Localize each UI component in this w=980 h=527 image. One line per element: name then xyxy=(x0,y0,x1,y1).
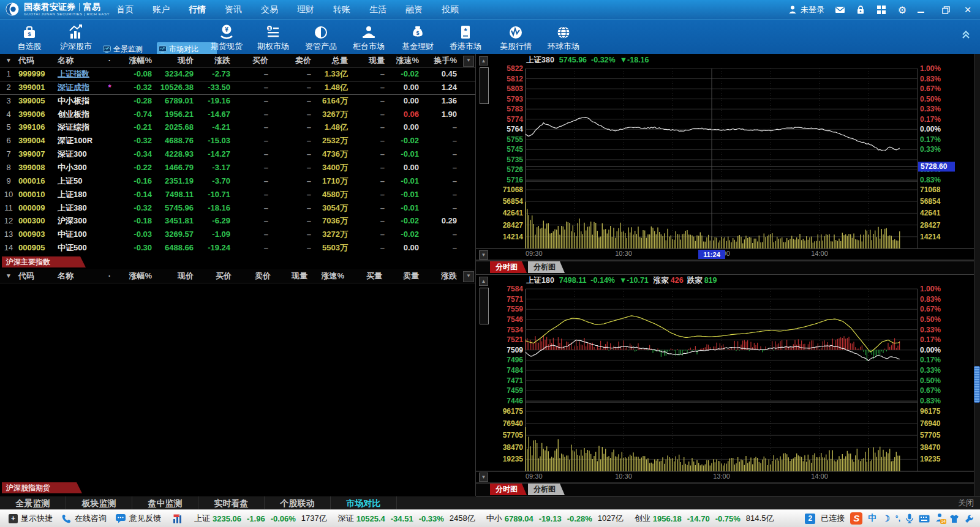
login-status[interactable]: 未登录 xyxy=(788,4,824,15)
chart-tab-analysis[interactable]: 分析图 xyxy=(528,261,565,273)
ime-moon-icon[interactable]: ☽ xyxy=(882,514,890,523)
menu-item-9[interactable]: 融资 xyxy=(404,4,424,15)
ime-keyboard-icon[interactable] xyxy=(919,515,930,523)
futures-column-header[interactable]: 涨跌 xyxy=(420,269,457,283)
futures-column-header[interactable]: 卖量 xyxy=(383,269,419,283)
toolbar-item-options[interactable]: $期权市场 xyxy=(254,21,293,53)
apps-grid-icon[interactable] xyxy=(876,4,887,15)
menu-item-4[interactable]: 资讯 xyxy=(224,4,243,15)
toolbar-item-global-market[interactable]: 环球市场 xyxy=(544,21,583,53)
settings-gear-icon[interactable]: ⚙ xyxy=(897,4,908,15)
close-button[interactable]: × xyxy=(962,4,974,15)
column-header-pct[interactable]: 涨幅% xyxy=(115,54,152,67)
menu-item-8[interactable]: 生活 xyxy=(368,4,388,15)
ribbon-main-indices[interactable]: 沪深主要指数 xyxy=(2,256,86,267)
chart-scroll-thumb[interactable] xyxy=(480,67,489,104)
futures-column-header[interactable]: 买价 xyxy=(195,269,232,283)
restore-button[interactable] xyxy=(940,4,952,15)
table-row[interactable]: 4399006创业板指-0.741956.21-14.67––3267万–0.0… xyxy=(0,108,475,121)
futures-column-header[interactable]: 涨幅% xyxy=(115,269,152,283)
chart-scroll-down-button[interactable]: ▼ xyxy=(479,250,488,260)
menu-item-1[interactable]: 首页 xyxy=(115,4,135,15)
chart-scroll-down-button[interactable]: ▼ xyxy=(479,473,488,482)
ime-punctuation-icon[interactable]: °, xyxy=(895,514,900,523)
bottom-tab-2[interactable]: 板块监测 xyxy=(66,496,132,510)
table-row[interactable]: 12000300沪深300-0.183451.81-6.29––7036万–-0… xyxy=(0,214,475,228)
ime-tools-wrench-icon[interactable] xyxy=(965,514,974,523)
futures-column-header[interactable]: 名称 xyxy=(58,269,104,283)
column-header-mark[interactable]: · xyxy=(104,54,115,67)
minimize-button[interactable] xyxy=(918,7,930,13)
table-row[interactable]: 1999999上证指数-0.083234.29-2.73––1.33亿–-0.0… xyxy=(0,67,475,81)
collapse-toolbar-button[interactable] xyxy=(960,29,971,42)
table-row[interactable]: 2399001深证成指*-0.3210526.38-33.50––1.48亿–0… xyxy=(0,81,475,95)
table-row[interactable]: 7399007深证300-0.344228.93-14.27––4736万–-0… xyxy=(0,148,475,161)
table-row[interactable]: 13000903中证100-0.033269.57-1.09––3272万–-0… xyxy=(0,228,475,241)
column-header-turn[interactable]: 换手% xyxy=(420,54,457,67)
column-header-sell[interactable]: 卖价 xyxy=(270,54,311,67)
ribbon-index-futures[interactable]: 沪深股指期货 xyxy=(2,482,82,493)
intraday-chart-2[interactable]: 75841.00%75710.83%75590.67%75460.50%7534… xyxy=(476,274,980,485)
menu-item-5[interactable]: 交易 xyxy=(260,4,279,15)
toolbar-item-otc-market[interactable]: 柜台市场 xyxy=(349,21,388,53)
table-row[interactable]: 14000905中证500-0.306488.66-19.24––5503万–0… xyxy=(0,241,475,255)
chart-tab-intraday[interactable]: 分时图 xyxy=(490,484,527,495)
menu-item-2[interactable]: 账户 xyxy=(151,4,171,15)
chart-tab-intraday[interactable]: 分时图 xyxy=(490,261,527,273)
toolbar-item-fund[interactable]: $基金理财 xyxy=(398,21,437,53)
futures-column-header[interactable]: 卖价 xyxy=(233,269,271,283)
futures-column-header[interactable]: 代码 xyxy=(18,269,56,283)
ime-language-toggle[interactable]: 中 xyxy=(868,513,876,524)
menu-item-3[interactable]: 行情 xyxy=(187,4,207,15)
toolbar-item-asset-product[interactable]: 资管产品 xyxy=(301,21,341,53)
futures-column-header[interactable]: 现价 xyxy=(153,269,194,283)
table-row[interactable]: 9000016上证50-0.162351.19-3.70––1710万–-0.0… xyxy=(0,174,475,188)
bottom-tab-1[interactable]: 全景监测 xyxy=(0,496,66,510)
chart-scroll-thumb[interactable] xyxy=(480,288,489,324)
toolbar-item-hk-market[interactable]: *香港市场 xyxy=(446,21,485,53)
table-row[interactable]: 5399106深证综指-0.212025.68-4.21––1.48亿–0.00… xyxy=(0,121,475,134)
toolbar-item-market-chart[interactable]: 沪深股市 xyxy=(56,21,96,53)
bottom-tab-5[interactable]: 个股联动 xyxy=(265,496,331,510)
column-header-cur[interactable]: 现量 xyxy=(349,54,385,67)
column-header-speed[interactable]: 涨速% xyxy=(386,54,419,67)
table-row[interactable]: 8399008中小300-0.221466.79-3.17––3400万–0.0… xyxy=(0,161,475,174)
table-row[interactable]: 6399004深证100R-0.324688.76-15.03––2532万–-… xyxy=(0,134,475,148)
chart-scroll-up-button[interactable]: ▲ xyxy=(479,56,488,65)
bottom-tab-3[interactable]: 盘中监测 xyxy=(132,496,198,510)
table-row[interactable]: 3399005中小板指-0.286789.01-19.16––6164万–0.0… xyxy=(0,94,475,108)
feedback-button[interactable]: 意见反馈 xyxy=(115,513,161,524)
toolbar-item-us-market[interactable]: 美股行情 xyxy=(496,21,535,53)
toolbar-item-watchlist[interactable]: $自选股 xyxy=(10,21,49,53)
mail-icon[interactable] xyxy=(834,4,845,15)
table-row[interactable]: 10000010上证180-0.147498.11-10.71––4580万–-… xyxy=(0,188,475,201)
right-scrollbar-thumb[interactable] xyxy=(974,366,980,403)
close-panel-button[interactable]: 关闭 xyxy=(958,496,974,510)
ime-mic-icon[interactable] xyxy=(906,514,913,523)
ime-user-wordlib-icon[interactable]: 14 xyxy=(935,513,944,524)
table1-options-button[interactable]: ▼ xyxy=(463,56,474,67)
futures-column-header[interactable]: ▼ xyxy=(0,269,17,283)
menu-item-10[interactable]: 投顾 xyxy=(440,4,460,15)
ime-skin-icon[interactable] xyxy=(949,514,959,523)
table2-options-button[interactable]: ▼ xyxy=(463,271,474,282)
futures-column-header[interactable]: 买量 xyxy=(345,269,382,283)
futures-column-header[interactable]: · xyxy=(104,269,115,283)
show-shortcut-toggle[interactable]: + 显示快捷 xyxy=(9,513,53,524)
column-header-code[interactable]: 代码 xyxy=(18,54,56,67)
chart-tab-analysis[interactable]: 分析图 xyxy=(528,484,565,495)
column-header-vol[interactable]: 总量 xyxy=(312,54,348,67)
right-scrollbar-track[interactable] xyxy=(974,54,980,496)
column-header-name[interactable]: 名称 xyxy=(58,54,104,67)
column-header-price[interactable]: 现价 xyxy=(153,54,194,67)
futures-column-header[interactable]: 现量 xyxy=(272,269,307,283)
menu-item-6[interactable]: 理财 xyxy=(296,4,315,15)
bottom-tab-4[interactable]: 实时看盘 xyxy=(198,496,265,510)
lock-icon[interactable] xyxy=(855,4,866,15)
futures-column-header[interactable]: 涨速% xyxy=(309,269,344,283)
table-row[interactable]: 11000009上证380-0.325745.96-18.16––3054万–-… xyxy=(0,201,475,215)
column-header-chg[interactable]: 涨跌 xyxy=(195,54,230,67)
column-header-num[interactable]: ▼ xyxy=(0,54,17,67)
intraday-chart-1[interactable]: 58221.00%58120.83%58030.67%57930.50%5783… xyxy=(476,54,980,261)
sogou-ime-icon[interactable]: S xyxy=(850,512,862,525)
